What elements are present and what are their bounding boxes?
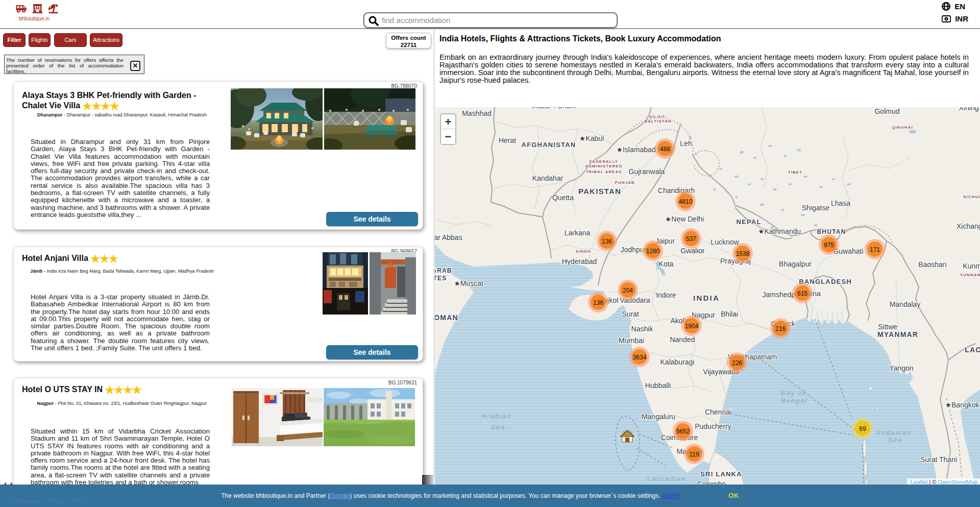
svg-text:Bengal: Bengal (781, 397, 807, 404)
svg-text:119: 119 (689, 451, 699, 458)
svg-text:Xining: Xining (959, 107, 979, 112)
svg-text:AFGHANISTAN: AFGHANISTAN (522, 141, 576, 149)
svg-text:Gujranwala: Gujranwala (629, 167, 665, 176)
svg-text:★Islamabad: ★Islamabad (616, 146, 655, 154)
svg-text:LAOS: LAOS (965, 346, 980, 354)
svg-text:BHUTAN: BHUTAN (817, 228, 846, 235)
svg-text:FEDERALLY: FEDERALLY (590, 159, 618, 164)
svg-text:537: 537 (686, 235, 696, 243)
svg-text:Nanded: Nanded (670, 335, 695, 344)
svg-text:PAKISTAN: PAKISTAN (578, 187, 621, 196)
svg-text:Sea: Sea (491, 423, 505, 431)
svg-text:Kota: Kota (659, 260, 674, 268)
svg-text:OMAN: OMAN (435, 313, 458, 322)
svg-text:Indore: Indore (656, 291, 676, 299)
svg-text:Arabian: Arabian (481, 412, 512, 420)
svg-text:Lhasa: Lhasa (831, 199, 850, 207)
svg-text:Mashhad: Mashhad (462, 109, 492, 117)
svg-text:Andaman: Andaman (875, 429, 912, 437)
svg-text:Puducherry: Puducherry (695, 422, 731, 430)
svg-text:Nashik: Nashik (631, 325, 654, 333)
svg-text:Lucknow: Lucknow (710, 238, 739, 246)
svg-text:INDIA: INDIA (693, 294, 720, 302)
svg-text:136: 136 (602, 238, 612, 245)
svg-text:PUNJAB: PUNJAB (615, 180, 635, 185)
svg-text:Mangaluru: Mangaluru (642, 413, 675, 421)
svg-text:Yangon: Yangon (889, 364, 913, 372)
svg-text:SICHUAN: SICHUAN (963, 195, 980, 199)
svg-text:NEPAL: NEPAL (736, 218, 761, 226)
svg-text:171: 171 (870, 246, 880, 253)
svg-text:★Kabul: ★Kabul (579, 134, 604, 142)
svg-text:1280: 1280 (646, 248, 660, 255)
svg-text:Mandalay: Mandalay (890, 300, 921, 308)
svg-text:Kandahar: Kandahar (532, 174, 564, 182)
svg-text:Golmud: Golmud (874, 107, 899, 115)
svg-text:488: 488 (660, 146, 670, 153)
svg-text:TRIBAL AREAS: TRIBAL AREAS (585, 170, 622, 174)
svg-text:Quetta: Quetta (552, 194, 574, 202)
svg-text:Bay of: Bay of (781, 389, 806, 397)
svg-text:1538: 1538 (736, 250, 750, 257)
svg-text:GILGIT-: GILGIT- (649, 114, 667, 119)
svg-text:ar Abbas: ar Abbas (435, 233, 462, 242)
svg-text:★Bangkok: ★Bangkok (945, 401, 979, 409)
svg-text:★Kathmandu: ★Kathmandu (758, 227, 801, 235)
svg-text:Mazar-i-Sharif: Mazar-i-Sharif (531, 107, 576, 110)
svg-text:ARAB: ARAB (435, 267, 452, 274)
svg-text:975: 975 (824, 242, 834, 249)
svg-text:204: 204 (623, 287, 633, 294)
svg-text:ADMINISTERED: ADMINISTERED (585, 164, 623, 168)
svg-text:Shigatse: Shigatse (802, 204, 830, 212)
svg-text:Surat Thani: Surat Thani (920, 455, 957, 464)
svg-text:Laccadive: Laccadive (647, 475, 687, 482)
svg-text:Kalaburagi: Kalaburagi (660, 358, 695, 366)
svg-text:136: 136 (593, 299, 603, 306)
svg-text:Baoshan: Baoshan (918, 260, 946, 269)
svg-text:TES: TES (435, 275, 447, 282)
svg-text:Hyderabad: Hyderabad (562, 257, 597, 265)
svg-text:Larkana: Larkana (565, 229, 591, 237)
svg-text:MYANMAR: MYANMAR (877, 330, 918, 339)
svg-text:★Muscat: ★Muscat (454, 279, 483, 287)
svg-text:Xichang: Xichang (957, 222, 980, 230)
svg-text:YUNNAN: YUNNAN (960, 273, 980, 277)
svg-text:615: 615 (797, 290, 807, 297)
svg-text:69: 69 (859, 425, 866, 432)
svg-text:TIBET: TIBET (788, 170, 802, 175)
svg-text:226: 226 (732, 359, 742, 367)
svg-text:Surat: Surat (622, 310, 639, 318)
svg-text:1904: 1904 (685, 323, 699, 330)
svg-text:Bhagalpur: Bhagalpur (779, 260, 812, 268)
svg-text:4810: 4810 (679, 198, 693, 205)
svg-text:Kunming: Kunming (963, 262, 980, 270)
svg-text:Sea: Sea (888, 436, 902, 444)
svg-text:SRI LANKA: SRI LANKA (700, 470, 742, 478)
svg-text:Chennai: Chennai (705, 408, 731, 416)
svg-text:★New Delhi: ★New Delhi (665, 215, 704, 223)
svg-text:SINDH: SINDH (576, 249, 591, 254)
svg-text:QINGHAI: QINGHAI (892, 125, 913, 130)
svg-text:BALTISTAN: BALTISTAN (644, 119, 671, 124)
svg-text:3634: 3634 (633, 354, 647, 361)
svg-text:216: 216 (775, 325, 786, 332)
svg-text:Leh: Leh (680, 139, 692, 148)
svg-text:Herat: Herat (499, 136, 516, 144)
svg-text:Mumbai: Mumbai (619, 336, 644, 345)
svg-text:Hubballi: Hubballi (645, 381, 671, 390)
svg-text:Jodhpur: Jodhpur (621, 246, 647, 254)
svg-text:Sittwe: Sittwe (878, 323, 897, 331)
svg-text:Bhilai: Bhilai (721, 310, 738, 318)
svg-text:5652: 5652 (676, 428, 690, 435)
